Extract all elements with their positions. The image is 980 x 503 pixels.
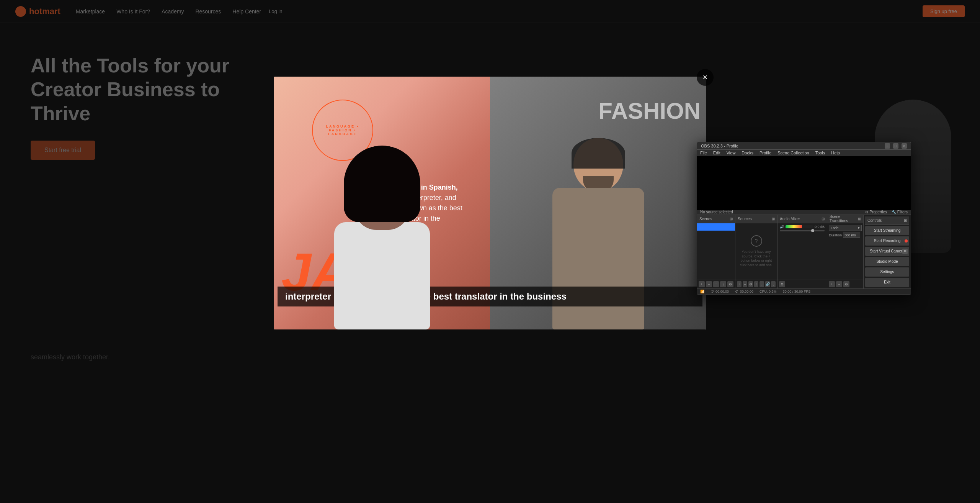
obs-sources-remove-btn[interactable]: − [743, 281, 747, 287]
obs-menu-edit[interactable]: Edit [713, 151, 720, 155]
obs-panels: Scenes ⊞ ... + − ↑ ↓ ⚙ Sources ⊞ ? You d… [697, 215, 911, 288]
obs-menu-file[interactable]: File [700, 151, 707, 155]
woman-body [334, 222, 430, 329]
obs-transitions-settings-btn[interactable]: ⚙ [843, 281, 849, 287]
obs-sources-add-btn[interactable]: + [737, 281, 742, 287]
obs-recording-indicator [905, 239, 908, 242]
obs-time2-value: 00:00:00 [740, 290, 753, 293]
obs-settings-button[interactable]: Settings [865, 267, 909, 277]
obs-properties-btn[interactable]: ⚙ Properties [865, 210, 887, 214]
obs-audio-item: 🔊 0.0 dB [777, 223, 827, 233]
obs-volume-slider[interactable] [780, 230, 825, 231]
obs-transitions-label: Scene Transitions [830, 215, 858, 223]
obs-start-recording-button[interactable]: Start Recording [865, 236, 909, 246]
obs-audio-meter-fill [786, 225, 802, 228]
obs-preview [697, 156, 911, 210]
obs-menu-view[interactable]: View [727, 151, 736, 155]
obs-transitions-panel: Scene Transitions ⊞ Fade ▾ Duration + − … [827, 215, 864, 288]
obs-transition-select[interactable]: Fade ▾ [829, 225, 862, 231]
modal-close-button[interactable]: × [697, 69, 714, 86]
obs-maximize-button[interactable]: □ [893, 143, 898, 149]
obs-scenes-remove-btn[interactable]: − [706, 281, 712, 287]
obs-audio-icon: ⊞ [822, 217, 825, 221]
fashion-text: FASHION [598, 100, 701, 123]
obs-audio-label: Audio Mixer [780, 217, 800, 221]
obs-time1-icon: ⏱ [710, 290, 714, 293]
obs-scenes-up-btn[interactable]: ↑ [713, 281, 719, 287]
obs-sources-more-btn[interactable]: ⋮ [771, 281, 776, 287]
obs-window: OBS 30.2.3 - Profile − □ × File Edit Vie… [697, 142, 911, 295]
obs-source-hint: You don't have any source. Click the + b… [739, 250, 773, 268]
obs-sources-up-btn[interactable]: ↑ [754, 281, 759, 287]
obs-statusbar: 📶 ⏱ 00:00:00 ⏱ 00:00:00 CPU: 0.2% 30.00 … [697, 288, 911, 295]
man-hair [572, 138, 625, 169]
obs-scenes-down-btn[interactable]: ↓ [720, 281, 726, 287]
obs-audio-panel: Audio Mixer ⊞ 🔊 0.0 dB ⚙ [777, 215, 827, 288]
obs-controls-icon: ⊞ [904, 218, 907, 223]
obs-sources-label: Sources [738, 217, 752, 221]
obs-time2-icon: ⏱ [735, 290, 738, 293]
obs-status-cpu: CPU: 0.2% [760, 290, 777, 293]
obs-source-empty: ? You don't have any source. Click the +… [735, 223, 777, 280]
obs-titlebar: OBS 30.2.3 - Profile − □ × [697, 142, 911, 150]
obs-scenes-panel: Scenes ⊞ ... + − ↑ ↓ ⚙ [697, 215, 735, 288]
obs-question-icon: ? [751, 235, 762, 247]
obs-cpu-value: CPU: 0.2% [760, 290, 777, 293]
obs-sources-header: Sources ⊞ [735, 215, 777, 223]
obs-transitions-remove-btn[interactable]: − [836, 281, 842, 287]
obs-status-time1: ⏱ 00:00:00 [710, 290, 729, 293]
obs-start-streaming-button[interactable]: Start Streaming [865, 226, 909, 235]
obs-transition-type: Fade [831, 226, 839, 230]
obs-transitions-toolbar: + − ⚙ [827, 280, 863, 288]
obs-audio-settings-btn[interactable]: ⚙ [779, 281, 785, 287]
obs-studio-mode-button[interactable]: Studio Mode [865, 257, 909, 266]
obs-duration-input[interactable] [843, 233, 860, 238]
obs-menu-profile-label[interactable]: Profile [760, 151, 771, 155]
obs-start-virtual-camera-button[interactable]: Start Virtual Camera ⚙ [865, 247, 909, 256]
obs-audio-meter [786, 225, 813, 228]
obs-sources-icon: ⊞ [772, 217, 775, 221]
obs-time1-value: 00:00:00 [715, 290, 729, 293]
obs-scenes-header: Scenes ⊞ [697, 215, 735, 223]
obs-scenes-settings-btn[interactable]: ⚙ [727, 281, 733, 287]
obs-window-title: OBS 30.2.3 - Profile [701, 144, 738, 148]
obs-sources-link-btn[interactable]: 🔗 [765, 281, 770, 287]
obs-audio-header: Audio Mixer ⊞ [777, 215, 827, 223]
obs-close-button[interactable]: × [902, 143, 907, 149]
obs-menu-tools[interactable]: Tools [815, 151, 825, 155]
obs-menu-help[interactable]: Help [831, 151, 840, 155]
obs-transitions-icon: ⊞ [858, 217, 861, 221]
obs-menubar: File Edit View Docks Controls Profile Sc… [697, 150, 911, 156]
obs-sources-down-btn[interactable]: ↓ [760, 281, 764, 287]
obs-controls-header: Controls ⊞ [865, 216, 909, 225]
obs-start-recording-label: Start Recording [874, 239, 900, 243]
woman-silhouette [325, 146, 439, 329]
obs-source-bar: No source selected ⚙ Properties 🔧 Filter… [697, 210, 911, 215]
obs-volume-thumb [811, 229, 814, 232]
obs-status-network: 📶 [700, 290, 704, 293]
obs-audio-level-row: 🔊 0.0 dB [780, 225, 825, 229]
obs-duration-row: Duration [827, 233, 863, 238]
obs-controls-label: Controls [867, 218, 882, 223]
obs-minimize-button[interactable]: − [885, 143, 890, 149]
obs-sources-settings-btn[interactable]: ⚙ [748, 281, 753, 287]
obs-exit-button[interactable]: Exit [865, 278, 909, 287]
obs-sources-panel: Sources ⊞ ? You don't have any source. C… [735, 215, 777, 288]
modal-container: LANGUAGE • FASHION • LANGUAGE JANE [274, 77, 706, 329]
obs-network-icon: 📶 [700, 290, 704, 293]
obs-scene-item[interactable]: ... [697, 223, 735, 231]
obs-scenes-add-btn[interactable]: + [699, 281, 705, 287]
obs-audio-toolbar: ⚙ [777, 280, 827, 288]
obs-status-time2: ⏱ 00:00:00 [735, 290, 753, 293]
obs-fps-value: 30.00 / 30.00 FPS [783, 290, 811, 293]
obs-scenes-icon: ⊞ [730, 217, 733, 221]
obs-status-fps: 30.00 / 30.00 FPS [783, 290, 811, 293]
obs-menu-scene-collection[interactable]: Scene Collection [777, 151, 809, 155]
obs-virtual-camera-icon: ⚙ [902, 249, 908, 254]
obs-audio-icon-speaker: 🔊 [780, 225, 784, 229]
obs-filters-btn[interactable]: 🔧 Filters [892, 210, 908, 214]
obs-menu-docks[interactable]: Docks [742, 151, 753, 155]
obs-no-source-label: No source selected [700, 210, 733, 214]
obs-transitions-add-btn[interactable]: + [829, 281, 835, 287]
woman-hair [344, 146, 420, 222]
